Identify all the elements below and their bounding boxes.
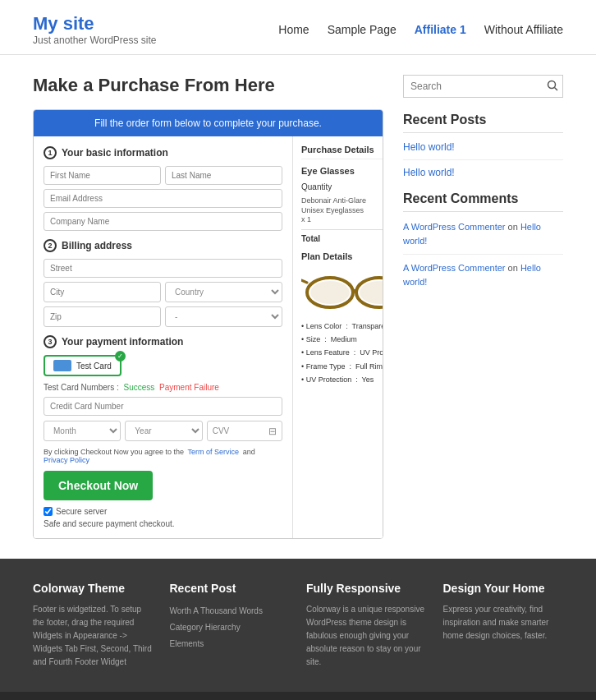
plan-title: Plan Details (301, 251, 383, 261)
privacy-link[interactable]: Privacy Policy (44, 456, 89, 464)
footer-link-2[interactable]: Category Hierarchy (170, 619, 291, 636)
checkout-button[interactable]: Checkout Now (44, 471, 153, 500)
item-name: Eye Glasses (301, 166, 383, 176)
footer: Colorway Theme Footer is widgetized. To … (0, 559, 596, 692)
footer-col-1: Colorway Theme Footer is widgetized. To … (33, 582, 154, 669)
test-card-row: Test Card Numbers : Success Payment Fail… (44, 383, 282, 392)
search-input[interactable] (404, 76, 540, 97)
footer-link-3[interactable]: Elements (170, 636, 291, 652)
item-desc: Debonair Anti-Glare Unisex Eyeglasses x … (301, 196, 367, 225)
comment-1: A WordPress Commenter on Hello world! (403, 220, 563, 247)
month-select[interactable]: Month (44, 421, 121, 441)
svg-point-4 (310, 281, 350, 304)
nav-without-affiliate[interactable]: Without Affiliate (484, 23, 563, 36)
first-name-input[interactable] (44, 166, 161, 185)
comment-2: A WordPress Commenter on Hello world! (403, 261, 563, 288)
footer-col3-text: Colorway is a unique responsive WordPres… (306, 603, 427, 669)
spec-size: • Size : Medium (301, 333, 383, 346)
company-input[interactable] (44, 212, 282, 231)
footer-link-1[interactable]: Worth A Thousand Words (170, 603, 291, 619)
main-nav: Home Sample Page Affiliate 1 Without Aff… (278, 23, 563, 36)
cvv-label: CVV (213, 426, 268, 435)
footer-col-3: Fully Responsive Colorway is a unique re… (306, 582, 427, 669)
total-price: $25.00 (383, 234, 383, 243)
footer-col4-title: Design Your Home (443, 582, 564, 595)
site-branding: My site Just another WordPress site (33, 13, 157, 46)
site-header: My site Just another WordPress site Home… (0, 0, 596, 55)
section1-title: 1 Your basic information (44, 146, 282, 159)
comment-1-author[interactable]: A WordPress Commenter (403, 222, 506, 232)
recent-posts-title: Recent Posts (403, 113, 563, 133)
quantity-label: Quantity (301, 182, 332, 191)
zip-input[interactable] (44, 306, 161, 327)
success-link[interactable]: Success (123, 383, 154, 392)
page-title: Make a Purchase From Here (33, 75, 383, 96)
search-icon (547, 80, 558, 91)
nav-sample[interactable]: Sample Page (328, 23, 397, 36)
svg-point-5 (360, 281, 383, 304)
step1-circle: 1 (44, 146, 57, 159)
card-option[interactable]: Test Card ✓ (44, 355, 121, 376)
search-box (403, 75, 563, 98)
total-label: Total (301, 234, 320, 243)
step3-circle: 3 (44, 335, 57, 348)
svg-line-2 (301, 280, 307, 283)
footer-col1-text: Footer is widgetized. To setup the foote… (33, 603, 154, 669)
check-badge: ✓ (115, 351, 126, 362)
cvv-icon: ⊟ (268, 426, 277, 437)
terms-link[interactable]: Term of Service (188, 448, 240, 456)
section2-title: 2 Billing address (44, 239, 282, 252)
footer-col-2: Recent Post Worth A Thousand Words Categ… (170, 582, 291, 669)
search-button[interactable] (540, 76, 565, 97)
card-label: Test Card (76, 362, 112, 371)
svg-line-7 (555, 87, 558, 90)
spec-lens-feature: • Lens Feature : UV Protected (301, 346, 383, 359)
nav-affiliate1[interactable]: Affiliate 1 (415, 23, 466, 36)
footer-bottom: My site - Just another WordPress site Co… (0, 692, 596, 700)
footer-col4-text: Express your creativity, find inspiratio… (443, 603, 564, 642)
nav-home[interactable]: Home (278, 23, 309, 36)
recent-comments-title: Recent Comments (403, 191, 563, 212)
last-name-input[interactable] (165, 166, 282, 185)
email-input[interactable] (44, 189, 282, 208)
section3-title: 3 Your payment information (44, 335, 282, 348)
terms-text: By clicking Checkout Now you agree to th… (44, 448, 282, 464)
form-container: Fill the order form below to complete yo… (33, 109, 383, 539)
spec-frame-type: • Frame Type : Full Rim (301, 360, 383, 373)
sidebar-post-2[interactable]: Hello world! (403, 167, 563, 178)
plan-specs: • Lens Color : Transparent • Size : Medi… (301, 320, 383, 386)
dash-select[interactable]: - (165, 306, 282, 327)
secure-label: Secure server (56, 507, 107, 516)
footer-col-4: Design Your Home Express your creativity… (443, 582, 564, 669)
item-price: $25.00 (383, 196, 383, 225)
secure-desc: Safe and secure payment checkout. (44, 519, 282, 528)
footer-col3-title: Fully Responsive (306, 582, 427, 595)
cc-number-input[interactable] (44, 397, 282, 416)
glasses-image (301, 268, 383, 313)
footer-col2-title: Recent Post (170, 582, 291, 595)
site-tagline: Just another WordPress site (33, 35, 157, 46)
street-input[interactable] (44, 259, 282, 278)
year-select[interactable]: Year (125, 421, 202, 441)
form-header-bar: Fill the order form below to complete yo… (34, 110, 383, 136)
city-input[interactable] (44, 282, 161, 302)
spec-uv-protection: • UV Protection : Yes (301, 373, 383, 386)
purchase-title: Purchase Details (301, 145, 383, 159)
sidebar-post-1[interactable]: Hello world! (403, 141, 563, 153)
failure-link[interactable]: Payment Failure (159, 383, 219, 392)
step2-circle: 2 (44, 239, 57, 252)
secure-checkbox[interactable] (44, 507, 53, 516)
footer-col1-title: Colorway Theme (33, 582, 154, 595)
site-title: My site (33, 13, 157, 35)
comment-2-author[interactable]: A WordPress Commenter (403, 263, 506, 273)
spec-lens-color: • Lens Color : Transparent (301, 320, 383, 333)
card-icon (53, 360, 71, 371)
country-select[interactable]: Country (165, 282, 282, 302)
svg-point-6 (548, 81, 556, 88)
